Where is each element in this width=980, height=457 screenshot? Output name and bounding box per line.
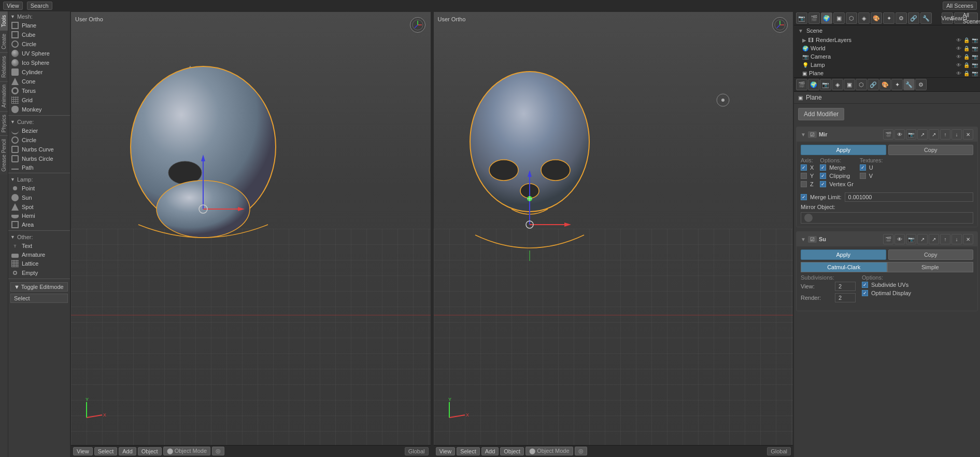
- prop-icon-3[interactable]: 📷: [820, 79, 831, 90]
- viewport-left[interactable]: User Ortho: [70, 11, 431, 457]
- menu-item-point[interactable]: Point: [8, 184, 70, 193]
- search-menu[interactable]: Search: [27, 2, 52, 10]
- subsurf-icon-5[interactable]: ↗: [929, 234, 939, 244]
- tab-relations[interactable]: Relations: [0, 52, 8, 81]
- mirror-icon-4[interactable]: ↗: [917, 129, 928, 140]
- plane-render-icon[interactable]: 📷: [972, 71, 978, 76]
- clipping-cb[interactable]: [820, 173, 826, 179]
- prop-icon-modifiers[interactable]: 🔧: [903, 79, 915, 90]
- menu-item-torus[interactable]: Torus: [8, 86, 70, 95]
- simple-tab[interactable]: Simple: [887, 262, 974, 272]
- tex-u-cb[interactable]: [860, 164, 866, 171]
- rp-icon-constraints[interactable]: 🔗: [908, 12, 919, 24]
- world-render-icon[interactable]: 📷: [972, 46, 978, 51]
- menu-item-circle[interactable]: Circle: [8, 39, 70, 49]
- render-subdiv-input[interactable]: [835, 293, 856, 302]
- tree-item-plane[interactable]: ▣ Plane 👁 🔒 📷: [794, 69, 980, 77]
- prop-icon-physics[interactable]: ⚙: [915, 79, 927, 90]
- tree-item-camera[interactable]: 📷 Camera 👁 🔒 📷: [794, 52, 980, 61]
- mirror-icon-7[interactable]: ↓: [951, 129, 962, 140]
- menu-item-bezier[interactable]: Bezier: [8, 126, 70, 135]
- mirror-obj-selector[interactable]: [801, 212, 973, 224]
- menu-item-cylinder[interactable]: Cylinder: [8, 67, 70, 77]
- rp-icon-object[interactable]: ▣: [833, 12, 845, 24]
- renderlayers-lock-icon[interactable]: 🔒: [963, 37, 970, 43]
- menu-item-cone[interactable]: Cone: [8, 77, 70, 86]
- object-mode-btn-right[interactable]: ⬤ Object Mode: [525, 447, 573, 455]
- mirror-icon-5[interactable]: ↗: [929, 129, 939, 140]
- viewport-mode-btn-left[interactable]: ◎: [212, 447, 224, 455]
- prop-icon-1[interactable]: 🎬: [796, 79, 807, 90]
- merge-limit-input[interactable]: [845, 192, 973, 202]
- add-modifier-btn[interactable]: Add Modifier: [798, 108, 844, 120]
- tab-tools[interactable]: Tools: [0, 11, 8, 30]
- mirror-icon-6[interactable]: ↑: [940, 129, 950, 140]
- subsurf-icon-6[interactable]: ↑: [940, 234, 950, 244]
- rp-icon-material[interactable]: ◈: [858, 12, 870, 24]
- subsurf-icon-4[interactable]: ↗: [917, 234, 928, 244]
- menu-item-icosphere[interactable]: Ico Sphere: [8, 58, 70, 67]
- optimal-display-cb[interactable]: [862, 290, 868, 296]
- prop-icon-2[interactable]: 🌍: [808, 79, 819, 90]
- global-btn-left[interactable]: Global: [405, 447, 429, 455]
- select-btn-left[interactable]: Select: [94, 447, 118, 455]
- view-btn-left[interactable]: View: [73, 447, 93, 455]
- menu-item-monkey[interactable]: Monkey: [8, 105, 70, 114]
- object-btn-left[interactable]: Object: [138, 447, 162, 455]
- tex-v-cb[interactable]: [860, 173, 866, 179]
- renderlayers-render-icon[interactable]: 📷: [972, 37, 978, 43]
- menu-item-sun[interactable]: Sun: [8, 193, 70, 202]
- menu-item-spot[interactable]: Spot: [8, 202, 70, 212]
- menu-item-curve-circle[interactable]: Circle: [8, 135, 70, 145]
- add-btn-right[interactable]: Add: [481, 447, 499, 455]
- mirror-apply-btn[interactable]: Apply: [801, 145, 886, 155]
- world-lock-icon[interactable]: 🔒: [963, 46, 970, 51]
- mirror-icon-1[interactable]: 🎬: [883, 129, 893, 140]
- tab-animation[interactable]: Animation: [0, 81, 8, 110]
- menu-item-hemi[interactable]: Hemi: [8, 212, 70, 220]
- rp-icon-scene[interactable]: 🎬: [808, 12, 820, 24]
- viewport-mode-btn-right[interactable]: ◎: [575, 447, 587, 455]
- camera-lock-icon[interactable]: 🔒: [963, 54, 970, 60]
- camera-render-icon[interactable]: 📷: [972, 54, 978, 60]
- object-btn-right[interactable]: Object: [500, 447, 524, 455]
- menu-item-nurbs-circle[interactable]: Nurbs Circle: [8, 154, 70, 163]
- mirror-icon-3[interactable]: 📷: [906, 129, 916, 140]
- menu-item-armature[interactable]: Armature: [8, 251, 70, 259]
- viewport-right[interactable]: User Ortho: [433, 11, 794, 457]
- subsurf-icon-3[interactable]: 📷: [906, 234, 916, 244]
- prop-icon-8[interactable]: 🎨: [879, 79, 891, 90]
- mirror-copy-btn[interactable]: Copy: [888, 145, 974, 155]
- menu-item-grid[interactable]: Grid: [8, 95, 70, 105]
- rp-icon-mesh[interactable]: ⬡: [846, 12, 857, 24]
- select-btn-right[interactable]: Select: [457, 447, 480, 455]
- world-eye-icon[interactable]: 👁: [956, 46, 961, 51]
- prop-icon-6[interactable]: ⬡: [856, 79, 867, 90]
- tab-create[interactable]: Create: [0, 30, 8, 52]
- view-menu[interactable]: View: [3, 2, 23, 10]
- menu-item-empty[interactable]: Empty: [8, 268, 70, 278]
- prop-icon-9[interactable]: ✦: [891, 79, 903, 90]
- toggle-editmode-btn[interactable]: ▼ Toggle Editmode: [10, 282, 68, 292]
- plane-eye-icon[interactable]: 👁: [956, 71, 961, 76]
- rp-icon-physics[interactable]: ⚙: [896, 12, 907, 24]
- tree-item-lamp[interactable]: 💡 Lamp 👁 🔒 📷: [794, 61, 980, 69]
- axis-y-cb[interactable]: [801, 173, 807, 179]
- tree-item-world[interactable]: 🌍 World 👁 🔒 📷: [794, 44, 980, 52]
- menu-item-uvsphere[interactable]: UV Sphere: [8, 49, 70, 58]
- subsurf-apply-btn[interactable]: Apply: [801, 250, 886, 260]
- rp-icon-world[interactable]: 🌍: [821, 12, 832, 24]
- mirror-icon-2[interactable]: 👁: [894, 129, 905, 140]
- prop-icon-4[interactable]: ◈: [832, 79, 843, 90]
- lamp-render-icon[interactable]: 📷: [972, 62, 978, 68]
- scene-fold-icon[interactable]: ▼: [798, 28, 803, 34]
- camera-eye-icon[interactable]: 👁: [956, 54, 961, 60]
- mirror-cb[interactable]: ☑: [808, 131, 817, 138]
- tab-grease-pencil[interactable]: Grease Pencil: [0, 135, 8, 175]
- menu-item-lattice[interactable]: Lattice: [8, 259, 70, 268]
- catmul-clark-tab[interactable]: Catmul-Clark: [801, 262, 887, 272]
- subsurf-icon-2[interactable]: 👁: [894, 234, 905, 244]
- subsurf-cb[interactable]: ☑: [808, 236, 817, 243]
- menu-item-cube[interactable]: Cube: [8, 30, 70, 39]
- mirror-icon-x[interactable]: ✕: [963, 129, 973, 140]
